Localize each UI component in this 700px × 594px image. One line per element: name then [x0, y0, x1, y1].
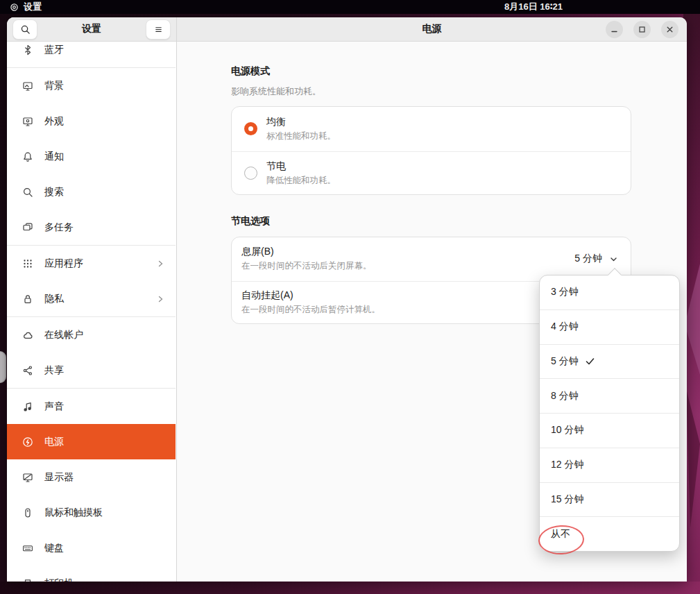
power-mode-section-title: 电源模式 — [231, 65, 270, 78]
settings-window: 设置 蓝牙 背景 — [7, 17, 687, 582]
menu-item-label: 8 分钟 — [551, 390, 579, 402]
option-description: 标准性能和功耗。 — [266, 130, 336, 142]
screen-blank-description: 在一段时间的不活动后关闭屏幕。 — [241, 260, 372, 272]
check-icon — [585, 356, 595, 366]
menu-item-8min[interactable]: 8 分钟 — [540, 378, 679, 413]
sidebar-item-privacy[interactable]: 隐私 — [7, 281, 176, 316]
mouse-icon — [22, 507, 33, 518]
app-indicator[interactable]: 设置 — [10, 1, 42, 13]
screen-blank-label: 息屏(B) — [241, 246, 372, 258]
close-button[interactable] — [661, 21, 678, 38]
menu-item-3min[interactable]: 3 分钟 — [540, 275, 679, 309]
sidebar-item-sharing[interactable]: 共享 — [7, 353, 176, 388]
sidebar-item-label: 通知 — [44, 151, 64, 163]
power-mode-option-power-saver[interactable]: 节电 降低性能和功耗。 — [232, 151, 631, 196]
maximize-icon — [638, 25, 647, 34]
menu-item-label: 12 分钟 — [551, 459, 583, 471]
maximize-button[interactable] — [633, 21, 651, 38]
sidebar-item-appearance[interactable]: 外观 — [7, 103, 176, 139]
sidebar-item-online-accounts[interactable]: 在线帐户 — [7, 317, 176, 353]
background-icon — [22, 80, 33, 92]
app-indicator-label: 设置 — [24, 1, 42, 13]
power-mode-option-balanced[interactable]: 均衡 标准性能和功耗。 — [232, 107, 631, 151]
sidebar-item-search[interactable]: 搜索 — [7, 174, 176, 210]
sidebar-item-label: 键盘 — [44, 542, 64, 554]
appearance-icon — [22, 116, 33, 127]
sidebar-item-power[interactable]: 电源 — [7, 424, 176, 459]
menu-item-5min[interactable]: 5 分钟 — [540, 344, 679, 379]
power-saving-section-title: 节电选项 — [231, 215, 270, 228]
share-icon — [22, 365, 33, 376]
sidebar-item-background[interactable]: 背景 — [7, 68, 176, 103]
sidebar-item-printers[interactable]: 打印机 — [7, 566, 176, 582]
chevron-right-icon — [157, 295, 164, 303]
multitasking-icon — [22, 222, 33, 233]
sidebar-item-label: 电源 — [44, 436, 64, 448]
chevron-right-icon — [157, 260, 164, 268]
sidebar-item-label: 蓝牙 — [44, 44, 64, 56]
wallpaper-bottom — [0, 582, 700, 594]
sidebar-item-label: 搜索 — [44, 186, 64, 198]
sidebar-item-label: 隐私 — [44, 293, 64, 305]
sidebar-item-multitasking[interactable]: 多任务 — [7, 210, 176, 245]
hamburger-menu-icon — [153, 24, 164, 35]
sidebar-item-label: 共享 — [44, 364, 64, 377]
search-icon — [22, 187, 33, 198]
clock[interactable]: 8月16日 16∶21 — [504, 0, 563, 14]
sidebar-item-displays[interactable]: 显示器 — [7, 459, 176, 495]
menu-item-4min[interactable]: 4 分钟 — [540, 309, 679, 344]
top-bar: 设置 8月16日 16∶21 — [0, 0, 700, 14]
menu-item-label: 3 分钟 — [551, 286, 579, 298]
menu-item-label: 4 分钟 — [551, 321, 579, 333]
sidebar-item-applications[interactable]: 应用程序 — [7, 246, 176, 281]
display-icon — [22, 472, 33, 483]
auto-suspend-label: 自动挂起(A) — [241, 289, 380, 302]
cloud-icon — [22, 330, 33, 341]
sidebar-item-label: 背景 — [44, 80, 64, 92]
minimize-button[interactable] — [606, 21, 623, 38]
page-title: 电源 — [422, 23, 442, 35]
menu-item-label: 5 分钟 — [551, 355, 579, 368]
sidebar-list: 蓝牙 背景 外观 通知 — [7, 42, 176, 582]
minimize-icon — [610, 25, 619, 34]
window-controls — [606, 21, 678, 38]
sidebar-item-label: 多任务 — [44, 221, 74, 234]
menu-item-12min[interactable]: 12 分钟 — [540, 448, 679, 482]
search-button[interactable] — [12, 19, 37, 40]
sidebar-item-bluetooth[interactable]: 蓝牙 — [7, 42, 176, 67]
screen-blank-dropdown-button[interactable]: 5 分钟 — [574, 253, 618, 265]
keyboard-icon — [22, 543, 33, 554]
search-icon — [20, 24, 31, 35]
sidebar-item-mouse-touchpad[interactable]: 鼠标和触摸板 — [7, 495, 176, 530]
sidebar-item-sound[interactable]: 声音 — [7, 389, 176, 424]
dropdown-selected-value: 5 分钟 — [574, 253, 602, 265]
app-grid-icon — [22, 258, 33, 269]
sidebar-item-label: 显示器 — [44, 471, 74, 484]
sidebar: 设置 蓝牙 背景 — [7, 17, 177, 582]
printer-icon — [22, 578, 33, 582]
power-mode-section-description: 影响系统性能和功耗。 — [231, 85, 321, 98]
settings-gear-icon — [10, 3, 19, 12]
screen-edge-notch — [0, 351, 6, 383]
radio-unselected-icon[interactable] — [244, 167, 257, 180]
sidebar-item-label: 声音 — [44, 400, 64, 413]
main-menu-button[interactable] — [146, 19, 171, 40]
menu-item-10min[interactable]: 10 分钟 — [540, 413, 679, 448]
sidebar-item-label: 鼠标和触摸板 — [44, 507, 103, 519]
sidebar-item-keyboard[interactable]: 键盘 — [7, 530, 176, 566]
sidebar-title: 设置 — [82, 23, 101, 35]
menu-item-label: 10 分钟 — [551, 424, 583, 436]
menu-item-15min[interactable]: 15 分钟 — [540, 482, 679, 517]
radio-selected-icon[interactable] — [244, 122, 257, 135]
auto-suspend-description: 在一段时间的不活动后暂停计算机。 — [241, 304, 380, 316]
power-page: 电源模式 影响系统性能和功耗。 均衡 标准性能和功耗。 节电 — [177, 42, 687, 582]
power-icon — [22, 436, 33, 448]
sidebar-item-label: 外观 — [44, 115, 64, 128]
desktop: 设置 8月16日 16∶21 设置 — [0, 0, 700, 594]
sidebar-item-label: 打印机 — [44, 577, 74, 582]
sidebar-headerbar: 设置 — [7, 17, 176, 42]
sidebar-item-notifications[interactable]: 通知 — [7, 139, 176, 174]
screen-blank-dropdown-menu: 3 分钟 4 分钟 5 分钟 8 分钟 10 分钟 12 分钟 15 分钟 从不 — [539, 275, 680, 552]
main-headerbar: 电源 — [177, 17, 687, 42]
power-mode-card: 均衡 标准性能和功耗。 节电 降低性能和功耗。 — [231, 106, 631, 195]
